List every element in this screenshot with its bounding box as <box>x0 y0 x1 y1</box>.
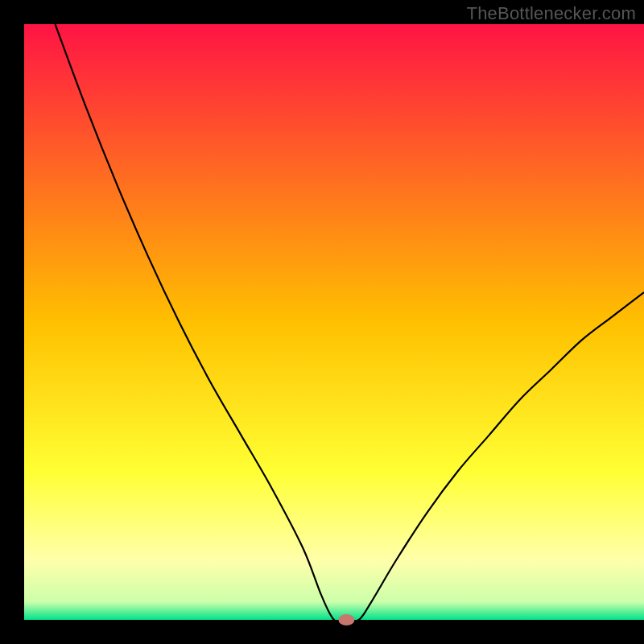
plot-background <box>24 24 644 620</box>
bottleneck-chart <box>0 0 644 644</box>
attribution-label: TheBottlenecker.com <box>467 3 636 24</box>
optimal-marker <box>338 614 354 625</box>
